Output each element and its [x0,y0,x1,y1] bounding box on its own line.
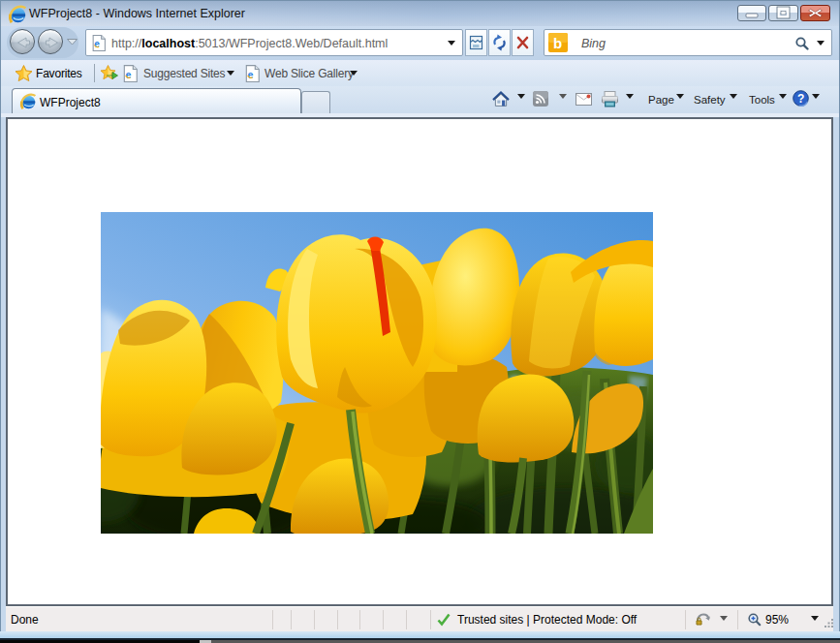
svg-text:?: ? [797,92,804,106]
svg-text:b: b [553,35,562,51]
